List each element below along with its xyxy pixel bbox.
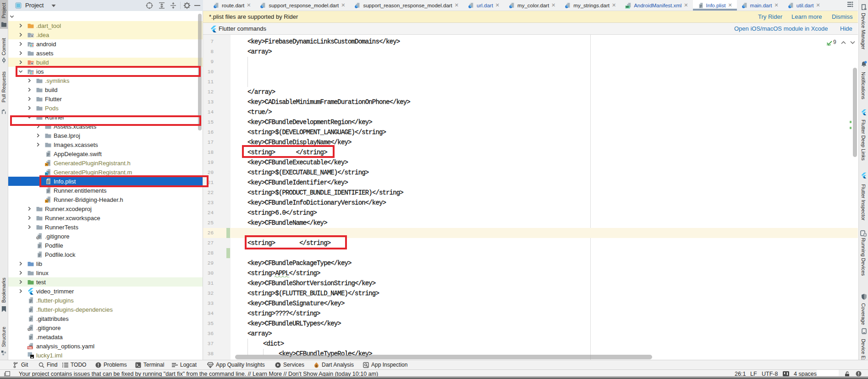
- svg-text:YML: YML: [27, 347, 33, 349]
- svg-text:m: m: [45, 172, 48, 175]
- svg-text:MF: MF: [626, 5, 630, 8]
- svg-text:H: H: [45, 200, 48, 203]
- svg-text:H: H: [45, 163, 48, 166]
